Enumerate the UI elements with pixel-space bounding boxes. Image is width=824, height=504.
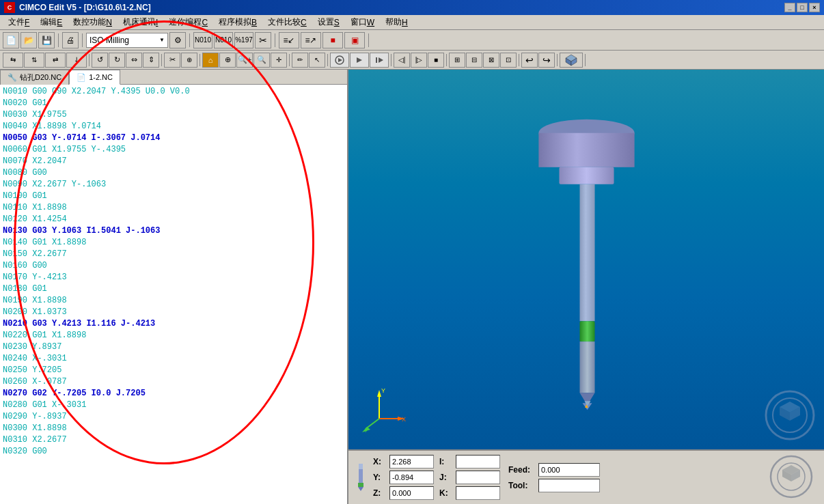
new-button[interactable]: 📄 [3,32,19,48]
t2-step-back[interactable]: ◁| [394,53,410,68]
close-button[interactable]: × [809,3,820,12]
t2-mirror[interactable]: ↻ [109,53,125,68]
y-label: Y: [373,473,387,482]
y-value: -0.894 [389,471,434,484]
svg-rect-13 [579,341,594,393]
post-processor-dropdown[interactable]: ISO Milling ▼ [86,33,168,48]
code-line-N0120: N0120 X1.4254 [3,214,344,225]
menu-machine[interactable]: 机床通讯I [118,15,163,29]
code-line-N0030: N0030 X1.9755 [3,109,344,121]
print-button[interactable]: 🖨 [62,32,79,48]
main-content: 🔧 钻孔D20.NC 📄 1-2.NC N0010 G00 G90 X2.204… [0,70,824,504]
axis-indicator: Y X Z [362,384,410,432]
j-value [456,471,500,484]
status-bar: X: 2.268 Y: -0.894 Z: 0.000 [348,449,824,504]
code-line-N0260: N0260 X-.0787 [3,376,344,388]
menu-cnc[interactable]: 数控功能N [68,15,118,29]
t2-copy1[interactable]: ⊞ [449,53,465,68]
t2-pen[interactable]: ✏ [292,53,308,68]
svg-rect-33 [359,469,363,483]
t2-home[interactable]: ⌂ [202,53,219,68]
separator4 [275,33,275,47]
code-line-N0160: N0160 G00 [3,260,344,272]
t2-copy2[interactable]: ⊟ [466,53,482,68]
t2-zoom-fit[interactable]: ⊕ [219,53,236,68]
tb-block-1[interactable]: ■ [322,32,343,48]
code-line-N0180: N0180 G01 [3,283,344,295]
code-content[interactable]: N0010 G00 G90 X2.2047 Y.4395 U0.0 V0.0 N… [0,85,347,504]
svg-rect-12 [579,321,594,341]
t2-undo[interactable]: ↩ [521,53,538,68]
t2-3d-view[interactable] [560,53,583,68]
code-line-N0280: N0280 G01 X-.3031 [3,400,344,411]
viewport-3d[interactable]: ▲ Y X Z [348,70,824,449]
t2-zoom-out[interactable]: 🔍 [253,53,270,68]
tb-align-right[interactable]: ≡↗ [301,32,321,48]
window-title: CIMCO Edit V5 - [D:\G10.6\1-2.NC] [19,3,784,12]
menu-simulate[interactable]: 程序模拟B [213,15,262,29]
tb-block-2[interactable]: ▣ [344,32,365,48]
separator5 [368,33,369,47]
t2-zoom-in[interactable]: 🔍+ [236,53,253,68]
svg-text:▲: ▲ [583,403,589,409]
t2-sep2 [161,54,162,66]
tb-align-left[interactable]: ≡↙ [279,32,299,48]
menu-help[interactable]: 帮助H [380,15,413,29]
menu-edit[interactable]: 编辑E [35,15,68,29]
title-bar: C CIMCO Edit V5 - [D:\G10.6\1-2.NC] _ □ … [0,0,824,15]
dropdown-settings-button[interactable]: ⚙ [169,32,186,48]
t2-1[interactable]: ⇆ [3,53,23,68]
t2-sim1[interactable] [330,53,349,68]
svg-marker-35 [358,487,363,491]
t2-flip[interactable]: ⇔ [126,53,142,68]
t2-sim2[interactable] [350,53,369,68]
tb-btn-3[interactable]: %197 [234,32,253,48]
save-button[interactable]: 💾 [38,32,55,48]
t2-rotate[interactable]: ↺ [92,53,108,68]
svg-rect-34 [358,483,363,487]
code-line-N0190: N0190 X1.8898 [3,295,344,307]
tab-12nc[interactable]: 📄 1-2.NC [69,70,120,85]
minimize-button[interactable]: _ [784,3,795,12]
t2-tool1[interactable]: ⊕ [181,53,197,68]
t2-scissors[interactable]: ✂ [164,53,180,68]
t2-2[interactable]: ⇅ [24,53,44,68]
open-button[interactable]: 📂 [20,32,37,48]
svg-text:X: X [402,416,406,423]
t2-sep7 [446,54,447,66]
svg-text:Y: Y [381,387,385,394]
t2-copy3[interactable]: ⊠ [483,53,499,68]
code-line-N0110: N0110 X1.8898 [3,202,344,214]
t2-copy4[interactable]: ⊡ [500,53,517,68]
menu-window[interactable]: 窗口W [345,15,380,29]
tb-btn-4[interactable]: ✂ [255,32,271,48]
menu-settings[interactable]: 设置S [312,15,345,29]
t2-select[interactable]: ↖ [309,53,325,68]
tb-btn-2[interactable]: N010 [214,32,233,48]
t2-stop[interactable]: ■ [428,53,444,68]
code-line-N0250: N0250 Y.7205 [3,365,344,376]
j-label: J: [439,473,453,482]
menu-file[interactable]: 文件F [3,15,35,29]
t2-step-fwd[interactable]: |▷ [411,53,427,68]
t2-sep9 [557,54,558,66]
t2-4[interactable]: ⇃ [66,53,87,68]
t2-redo[interactable]: ↪ [538,53,555,68]
t2-3[interactable]: ⇄ [45,53,66,68]
svg-marker-2 [357,57,362,63]
code-line-N0270: N0270 G02 Y-.7205 I0.0 J.7205 [3,388,344,400]
code-tabs: 🔧 钻孔D20.NC 📄 1-2.NC [0,70,347,85]
tb-btn-1[interactable]: N010 [193,32,212,48]
t2-pan[interactable]: ✛ [271,53,287,68]
tab-12nc-icon: 📄 [77,73,86,82]
t2-flip2[interactable]: ⇕ [143,53,159,68]
menu-compare[interactable]: 文件比较C [262,15,312,29]
code-panel: 🔧 钻孔D20.NC 📄 1-2.NC N0010 G00 G90 X2.204… [0,70,348,504]
tab-drillhole[interactable]: 🔧 钻孔D20.NC [0,70,69,85]
maximize-button[interactable]: □ [797,3,808,12]
menu-mini[interactable]: 迷你编程C [163,15,213,29]
dropdown-arrow-icon: ▼ [159,37,165,43]
t2-sim3[interactable] [370,53,389,68]
svg-rect-9 [538,133,634,167]
t2-sep10 [585,54,586,66]
